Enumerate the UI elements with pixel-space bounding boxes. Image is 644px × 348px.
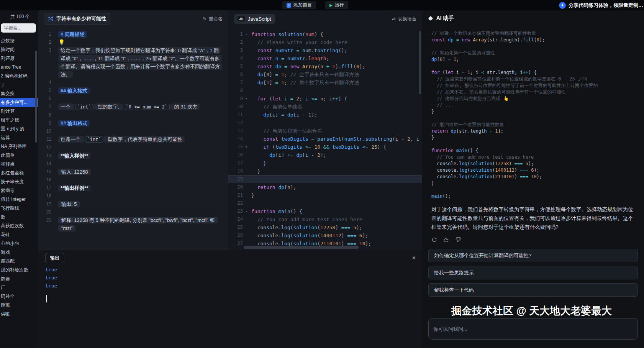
- sidebar-item[interactable]: 运算: [0, 133, 38, 142]
- code-line[interactable]: 25 console.log(solution(12258) === 5);: [228, 223, 422, 231]
- sidebar-item[interactable]: 于: [0, 80, 38, 89]
- sidebar-item[interactable]: 飞行路线: [0, 204, 38, 213]
- code-line[interactable]: 22: [228, 199, 422, 207]
- sidebar-item[interactable]: 供暖: [0, 310, 38, 318]
- problem-line[interactable]: 9## 输出格式: [38, 119, 228, 127]
- sidebar-item[interactable]: 码补全: [0, 292, 38, 301]
- problem-line[interactable]: 6: [38, 95, 228, 103]
- thumbs-up-icon[interactable]: [443, 237, 449, 243]
- code-line[interactable]: 18 }: [228, 167, 422, 175]
- problem-line[interactable]: 8: [38, 111, 228, 119]
- sidebar-item[interactable]: 心的小包: [0, 239, 38, 248]
- problem-line[interactable]: 13**输入样例**: [38, 152, 228, 160]
- sidebar-item[interactable]: 题匹配: [0, 257, 38, 266]
- code-line[interactable]: 23▾function main() {: [228, 207, 422, 215]
- code-editor[interactable]: 1▾function solution(num) {2 // Please wr…: [228, 27, 422, 250]
- problem-line[interactable]: 12: [38, 144, 228, 152]
- sidebar-item[interactable]: 此简单: [0, 151, 38, 160]
- sidebar-item-active[interactable]: 有多少种可...: [0, 98, 38, 107]
- sidebar-item[interactable]: 花针: [0, 230, 38, 239]
- sidebar-item[interactable]: 游戏: [0, 248, 38, 257]
- sidebar-item[interactable]: 集交换: [0, 89, 38, 98]
- editor-vscrollbar[interactable]: [419, 31, 421, 94]
- sidebar-item[interactable]: 值转 Integer: [0, 195, 38, 204]
- rename-button[interactable]: ✎ 重命名: [203, 16, 223, 22]
- sidebar-item[interactable]: 数器: [0, 274, 38, 283]
- sidebar-item[interactable]: 漠的补给次数: [0, 266, 38, 274]
- output-tab[interactable]: 输出: [45, 253, 64, 263]
- sidebar-item[interactable]: 置 x 到 y 的...: [0, 125, 38, 133]
- problem-line[interactable]: 2💡: [38, 38, 228, 46]
- code-line[interactable]: 16 dp[i] += dp[i - 2];: [228, 151, 422, 159]
- problem-line[interactable]: 14: [38, 160, 228, 168]
- run-button[interactable]: ▶ 运行: [325, 1, 348, 9]
- problem-lines[interactable]: 1# 问题描述2💡3给定一个数字，我们按照如下规则把它翻译为字符串: 0 翻译成…: [38, 27, 228, 250]
- fold-icon[interactable]: ▾: [243, 30, 250, 38]
- code-line-active[interactable]: 19: [228, 175, 422, 183]
- code-line[interactable]: 13 // 当前位和前一位组合看: [228, 127, 422, 135]
- code-line[interactable]: 20 return dp[n];: [228, 183, 422, 191]
- ai-chat-input[interactable]: [428, 318, 638, 340]
- sidebar-item[interactable]: 索病毒: [0, 186, 38, 195]
- code-line[interactable]: 15▾ if (twoDigits >= 10 && twoDigits <= …: [228, 143, 422, 151]
- fold-icon[interactable]: ▾: [243, 95, 250, 103]
- switch-language-button[interactable]: ⇄ 切换语言: [392, 16, 416, 22]
- ai-suggestion-chip[interactable]: 给我一些思路提示: [428, 266, 638, 279]
- sidebar-item[interactable]: 数: [0, 213, 38, 222]
- problem-line[interactable]: 7一个 `int` 型的数字, `0 <= num <= 2` 的 31 次方: [38, 103, 228, 111]
- sidebar-item[interactable]: 2 编码和解码: [0, 72, 38, 80]
- problem-line[interactable]: 19输出: 5: [38, 200, 228, 208]
- sidebar-item[interactable]: 和转换: [0, 160, 38, 169]
- code-line[interactable]: 14 const twoDigits = parseInt(numStr.sub…: [228, 135, 422, 143]
- regenerate-icon[interactable]: [431, 237, 437, 243]
- sidebar-item[interactable]: 距离: [0, 301, 38, 310]
- problem-line[interactable]: 18: [38, 192, 228, 200]
- promo-banner[interactable]: ✦ 分享代码练习体验，领限量定制…: [559, 1, 643, 10]
- sidebar-item[interactable]: 换子串长度: [0, 177, 38, 186]
- problem-line[interactable]: 17**输出样例**: [38, 184, 228, 192]
- sidebar-item[interactable]: 列还原: [0, 54, 38, 63]
- code-line[interactable]: 17 }: [228, 159, 422, 167]
- problem-line[interactable]: 1# 问题描述: [38, 30, 228, 38]
- problem-line[interactable]: 20: [38, 208, 228, 216]
- problem-line[interactable]: 15输入: 12258: [38, 168, 228, 176]
- thumbs-down-icon[interactable]: [455, 237, 461, 243]
- code-line[interactable]: 6 dp[0] = 1; // 空字符串只有一种翻译方法: [228, 71, 422, 79]
- problem-line[interactable]: 10: [38, 127, 228, 135]
- code-line[interactable]: 9▾ for (let i = 2; i <= n; i++) {: [228, 95, 422, 103]
- close-icon[interactable]: ×: [412, 254, 416, 261]
- code-line[interactable]: 1▾function solution(num) {: [228, 30, 422, 38]
- problem-line[interactable]: 4: [38, 79, 228, 87]
- sidebar-item[interactable]: 点数据: [0, 36, 38, 45]
- add-problem-button[interactable]: + 添加题目: [282, 1, 316, 9]
- code-line[interactable]: 24 // You can add more test cases here: [228, 215, 422, 223]
- code-line[interactable]: 4 const n = numStr.length;: [228, 54, 422, 62]
- language-tab[interactable]: JS JavaScript: [234, 14, 275, 24]
- ai-suggestion-chip[interactable]: 如何确定从哪个位置开始计算翻译的可能性?: [428, 249, 638, 262]
- fold-icon[interactable]: ▾: [243, 207, 250, 215]
- sidebar-item[interactable]: ance Tree: [0, 63, 38, 72]
- problem-title-chip[interactable]: 字符串有多少种可能性: [44, 13, 110, 25]
- problem-line[interactable]: 3给定一个数字，我们按照如下规则把它翻译为字符串: 0 翻译成 "a"，1 翻译…: [38, 46, 228, 79]
- code-line[interactable]: 26 console.log(solution(1400112) === 6);: [228, 231, 422, 240]
- sidebar-item[interactable]: 则计算: [0, 107, 38, 116]
- problem-line[interactable]: 11也是一个 `int` 型数字，代表字符串的总共可能性: [38, 135, 228, 144]
- sidebar-item[interactable]: 厂: [0, 283, 38, 292]
- problem-line[interactable]: 21解释: 12258 有 5 种不同的翻译, 分别是 "bccfi", "bw…: [38, 216, 228, 232]
- code-line[interactable]: 5 const dp = new Array(n + 1).fill(0);: [228, 62, 422, 71]
- ai-suggestion-chip[interactable]: 帮我检查一下代码: [428, 283, 638, 297]
- problem-line[interactable]: 5## 输入格式: [38, 87, 228, 95]
- code-line[interactable]: 21}: [228, 191, 422, 199]
- code-line[interactable]: 8: [228, 87, 422, 95]
- sidebar-item[interactable]: 多红包金额: [0, 169, 38, 177]
- sidebar-item[interactable]: 租车之旅: [0, 116, 38, 125]
- code-line[interactable]: 12: [228, 119, 422, 127]
- sidebar-scrollbar[interactable]: [35, 51, 37, 143]
- code-line[interactable]: 11 dp[i] = dp[i - 1];: [228, 111, 422, 119]
- code-line[interactable]: 10 // 当前位单独看: [228, 103, 422, 111]
- sidebar-item[interactable]: 高获胜次数: [0, 222, 38, 230]
- search-input[interactable]: [1, 23, 36, 33]
- sidebar-item[interactable]: 验时间: [0, 45, 38, 54]
- fold-icon[interactable]: ▾: [243, 143, 250, 151]
- editor-hscrollbar[interactable]: [244, 246, 359, 249]
